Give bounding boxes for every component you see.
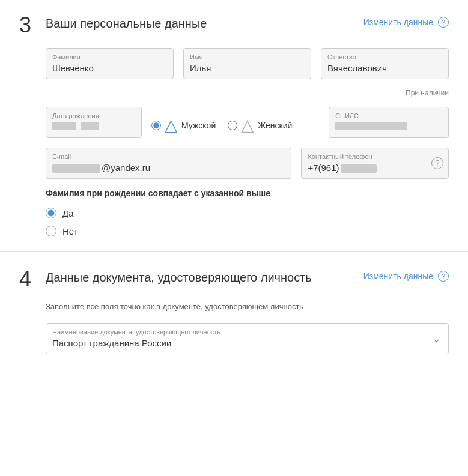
maiden-yes-option[interactable]: Да: [46, 208, 449, 218]
maiden-yes-label: Да: [62, 208, 74, 218]
section-3-header: 3 Ваши персональные данные Изменить данн…: [19, 14, 449, 36]
first-name-label: Имя: [190, 53, 305, 61]
last-name-box: Фамилия Шевченко: [46, 48, 174, 79]
section-3-help-icon[interactable]: ?: [438, 17, 449, 28]
section-4-header: 4 Данные документа, удостоверяющего личн…: [19, 268, 449, 290]
maiden-no-label: Нет: [62, 226, 78, 236]
maiden-name-section: Фамилия при рождении совпадает с указанн…: [46, 188, 449, 236]
first-name-value: Илья: [190, 63, 211, 73]
name-fields-row: Фамилия Шевченко Имя Илья Отчество Вячес…: [46, 48, 449, 79]
section-3: 3 Ваши персональные данные Изменить данн…: [0, 0, 468, 252]
maiden-options: Да Нет: [46, 208, 449, 236]
section-3-change-link[interactable]: Изменить данные: [363, 17, 433, 27]
gender-female-radio[interactable]: [228, 121, 237, 130]
male-person-icon: △: [165, 117, 178, 134]
phone-group: Контактный телефон +7(961) ?: [301, 148, 449, 179]
dropdown-arrow-icon: ⌄: [432, 332, 441, 345]
middle-name-value: Вячеславович: [327, 63, 387, 73]
section-4-change-link[interactable]: Изменить данные: [363, 271, 433, 281]
maiden-no-radio[interactable]: [46, 226, 56, 236]
doc-type-dropdown[interactable]: Наименование документа, удостоверяющего …: [46, 323, 449, 354]
email-phone-row: E-mail @yandex.ru Контактный телефон +7(…: [46, 148, 449, 179]
female-person-icon: △: [241, 117, 254, 134]
middle-name-note: При наличии: [46, 89, 449, 97]
section-4: 4 Данные документа, удостоверяющего личн…: [0, 252, 468, 369]
middle-name-label: Отчество: [327, 53, 442, 61]
last-name-group: Фамилия Шевченко: [46, 48, 174, 79]
section-4-number: 4: [19, 268, 36, 290]
last-name-value: Шевченко: [52, 63, 94, 73]
snils-value: [335, 122, 407, 132]
gender-male-label: Мужской: [181, 121, 216, 130]
gender-female-label: Женский: [258, 121, 292, 130]
doc-type-label: Наименование документа, удостоверяющего …: [52, 328, 442, 336]
section-4-actions: Изменить данные ?: [363, 268, 449, 282]
birth-gender-snils-row: Дата рождения △ Мужской △ Женский: [46, 107, 449, 138]
email-value: @yandex.ru: [52, 163, 150, 173]
phone-label: Контактный телефон: [308, 153, 427, 160]
maiden-yes-radio[interactable]: [46, 208, 56, 218]
birth-date-group: Дата рождения: [46, 107, 142, 138]
phone-value: +7(961): [308, 163, 376, 173]
section-4-subtitle: Заполните все поля точно как в документе…: [46, 302, 449, 311]
birth-date-label: Дата рождения: [52, 112, 135, 119]
section-3-title: Ваши персональные данные: [46, 14, 363, 31]
email-group: E-mail @yandex.ru: [46, 148, 291, 179]
gender-male-option[interactable]: △ Мужской: [151, 117, 216, 134]
section-3-number: 3: [19, 14, 36, 36]
section-3-actions: Изменить данные ?: [363, 14, 449, 28]
first-name-box: Имя Илья: [183, 48, 311, 79]
birth-date-box: Дата рождения: [46, 107, 142, 138]
email-box: E-mail @yandex.ru: [46, 148, 291, 179]
middle-name-group: Отчество Вячеславович: [321, 48, 449, 79]
section-4-title: Данные документа, удостоверяющего личнос…: [46, 268, 363, 285]
section-4-help-icon[interactable]: ?: [438, 271, 449, 282]
phone-help-icon[interactable]: ?: [431, 157, 443, 169]
gender-male-radio[interactable]: [151, 121, 161, 130]
snils-label: СНИЛС: [335, 112, 442, 119]
email-label: E-mail: [52, 153, 285, 160]
middle-name-box: Отчество Вячеславович: [321, 48, 449, 79]
maiden-no-option[interactable]: Нет: [46, 226, 449, 236]
gender-group: △ Мужской △ Женский: [151, 107, 319, 138]
snils-box: СНИЛС: [329, 107, 449, 138]
birth-date-value: [52, 122, 99, 132]
last-name-label: Фамилия: [52, 53, 167, 61]
snils-group: СНИЛС: [329, 107, 449, 138]
maiden-name-title: Фамилия при рождении совпадает с указанн…: [46, 188, 449, 198]
gender-female-option[interactable]: △ Женский: [228, 117, 292, 134]
first-name-group: Имя Илья: [183, 48, 311, 79]
doc-type-value: Паспорт гражданина России: [52, 336, 171, 348]
phone-box: Контактный телефон +7(961) ?: [301, 148, 449, 179]
